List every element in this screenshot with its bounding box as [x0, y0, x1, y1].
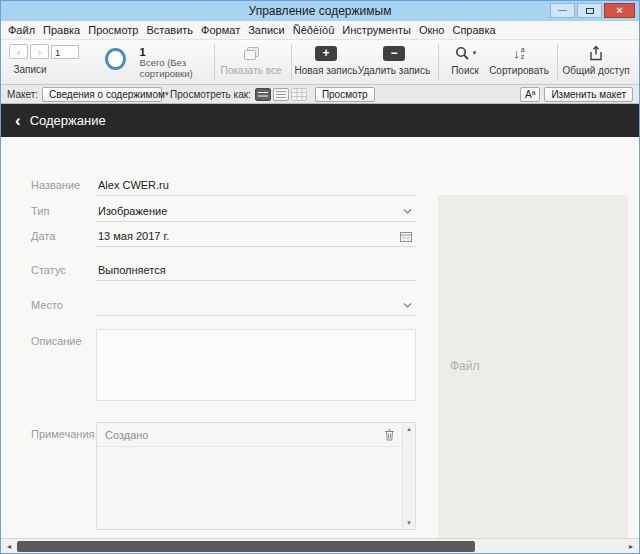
chevron-left-icon: ‹: [17, 46, 21, 58]
date-field[interactable]: 13 мая 2017 г.: [96, 226, 416, 247]
type-field-dropdown[interactable]: Изображение: [96, 201, 416, 222]
toolbar-separator: [438, 44, 439, 80]
trash-icon[interactable]: [384, 429, 395, 441]
layout-selected-value: Сведения о содержимом: [49, 89, 165, 100]
notes-vertical-scrollbar[interactable]: ▴ ▾: [402, 423, 415, 529]
file-container-field[interactable]: Файл: [438, 195, 628, 538]
place-field-label: Место: [31, 295, 63, 316]
toolbar-separator: [557, 44, 558, 80]
find-label: Поиск: [451, 65, 479, 76]
name-field-label: Название: [31, 175, 80, 196]
share-upload-icon: [587, 45, 605, 61]
status-field-label: Статус: [31, 260, 66, 281]
minus-icon: −: [383, 46, 405, 61]
file-field-label: Файл: [450, 359, 480, 373]
share-label: Общий доступ: [562, 65, 629, 76]
next-record-button[interactable]: ›: [30, 44, 49, 59]
app-window: Управление содержимым — × Файл Правка Пр…: [0, 0, 640, 554]
place-field-dropdown[interactable]: [96, 295, 416, 316]
current-record-input[interactable]: 1: [51, 45, 79, 59]
formatting-button[interactable]: Aª: [520, 87, 540, 102]
date-field-value: 13 мая 2017 г.: [98, 230, 169, 242]
show-all-button[interactable]: Показать все: [220, 44, 282, 76]
menu-records[interactable]: Записи: [244, 24, 289, 36]
found-set-pie-icon[interactable]: [105, 48, 126, 70]
chevron-down-icon: ▾: [165, 90, 169, 98]
note-list-item[interactable]: Создано: [97, 423, 415, 447]
record-navigation: ‹ › 1 Записи: [9, 44, 79, 75]
type-field-value: Изображение: [98, 205, 167, 217]
minimize-button[interactable]: —: [550, 3, 575, 18]
record-body: Название Alex CWER.ru Тип Изображение Да…: [1, 137, 639, 538]
layout-bar-right: Aª Изменить макет: [520, 87, 633, 102]
new-record-button[interactable]: + Новая запись: [297, 44, 355, 76]
toolbar-separator: [291, 44, 292, 80]
view-as-form-button[interactable]: [255, 88, 271, 101]
view-as-label: Просмотреть как:: [170, 89, 251, 100]
menu-file[interactable]: Файл: [4, 24, 39, 36]
notes-field[interactable]: Создано ▴ ▾: [96, 422, 416, 530]
menu-scripts[interactable]: Ñêðèïòû: [289, 24, 339, 36]
maximize-icon: [586, 8, 594, 14]
edit-layout-button[interactable]: Изменить макет: [544, 87, 633, 102]
scroll-up-icon[interactable]: ▴: [407, 425, 411, 433]
back-chevron-icon[interactable]: ‹: [15, 112, 21, 129]
view-as-list-button[interactable]: [273, 88, 289, 101]
records-label: Записи: [9, 64, 51, 75]
close-icon: ×: [616, 5, 622, 16]
menu-tools[interactable]: Инструменты: [338, 24, 415, 36]
menu-insert[interactable]: Вставить: [142, 24, 197, 36]
layout-bar: Макет: Сведения о содержимом ▾ Просмотре…: [1, 85, 639, 104]
sort-button[interactable]: ↓ az Сортировать: [490, 44, 548, 76]
share-button[interactable]: Общий доступ: [563, 44, 629, 76]
name-field-value: Alex CWER.ru: [98, 179, 169, 191]
horizontal-scrollbar[interactable]: ◂ ▸: [1, 538, 639, 553]
menu-help[interactable]: Справка: [448, 24, 499, 36]
minimize-icon: —: [558, 6, 567, 15]
note-text: Создано: [105, 429, 148, 441]
status-toolbar: ‹ › 1 Записи 1 Всего (Без сортировки) По…: [1, 40, 639, 85]
sort-az-icon: ↓ az: [513, 46, 524, 61]
delete-record-button[interactable]: − Удалить запись: [359, 44, 429, 76]
menu-window[interactable]: Окно: [415, 24, 449, 36]
maximize-button[interactable]: [577, 3, 602, 18]
list-view-icon: [273, 88, 289, 101]
status-field-value: Выполняется: [98, 264, 166, 276]
search-icon: [454, 45, 471, 61]
close-button[interactable]: ×: [604, 3, 635, 18]
chevron-down-icon: ▾: [473, 49, 477, 57]
layout-label: Макет:: [7, 89, 38, 100]
preview-button[interactable]: Просмотр: [315, 87, 375, 102]
menu-view[interactable]: Просмотр: [84, 24, 142, 36]
description-field-label: Описание: [31, 334, 82, 348]
chevron-down-icon: [403, 303, 412, 308]
status-field[interactable]: Выполняется: [96, 260, 416, 281]
chevron-down-icon: [403, 209, 412, 214]
record-count: 1 Всего (Без сортировки): [140, 46, 209, 79]
scroll-right-icon[interactable]: ▸: [623, 542, 639, 551]
scrollbar-thumb[interactable]: [17, 541, 475, 552]
scroll-down-icon[interactable]: ▾: [407, 519, 411, 527]
calendar-icon[interactable]: [400, 231, 412, 242]
titlebar[interactable]: Управление содержимым — ×: [1, 1, 639, 21]
previous-record-button[interactable]: ‹: [9, 44, 28, 59]
menu-format[interactable]: Формат: [197, 24, 244, 36]
menu-edit[interactable]: Правка: [39, 24, 84, 36]
find-button[interactable]: ▾ Поиск: [444, 44, 486, 76]
layout-selector-dropdown[interactable]: Сведения о содержимом ▾: [42, 87, 162, 102]
date-field-label: Дата: [31, 226, 55, 247]
new-record-label: Новая запись: [294, 65, 357, 76]
layout-title: Содержание: [30, 113, 106, 128]
found-count-label: Всего (Без сортировки): [140, 58, 209, 79]
view-as-toggle-group: [255, 88, 307, 101]
caption-buttons: — ×: [550, 3, 635, 18]
name-field[interactable]: Alex CWER.ru: [96, 175, 416, 196]
scroll-left-icon[interactable]: ◂: [1, 542, 17, 551]
description-field[interactable]: [96, 329, 416, 401]
toolbar-separator: [214, 44, 215, 80]
view-as-table-button[interactable]: [291, 88, 307, 101]
window-title: Управление содержимым: [1, 1, 639, 21]
chevron-right-icon: ›: [38, 46, 42, 58]
form-view-icon: [255, 88, 271, 101]
stacked-records-icon: [241, 45, 261, 61]
